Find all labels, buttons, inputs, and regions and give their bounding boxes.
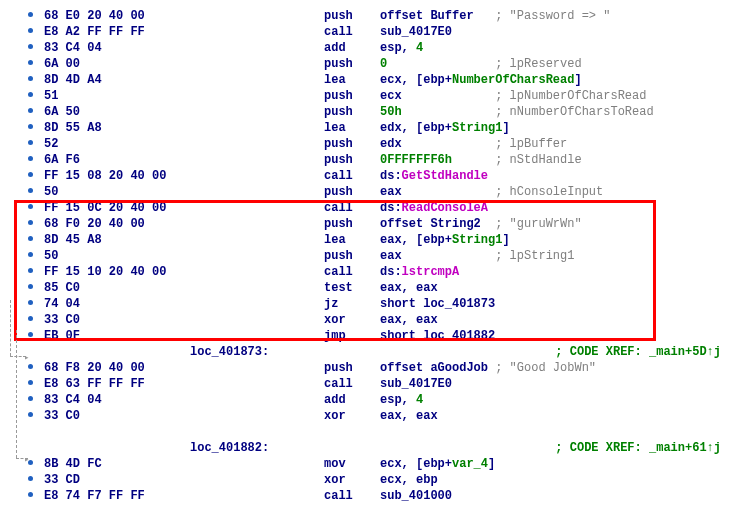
hex-bytes: 33 C0 [44, 312, 324, 328]
operands: sub_401000 [380, 488, 452, 504]
operand-token: eax, eax [380, 409, 438, 423]
mnemonic: push [324, 216, 380, 232]
asm-row: 50pusheax ; lpString1 [0, 248, 737, 264]
asm-row: 8D 45 A8leaeax, [ebp+String1] [0, 232, 737, 248]
operand-token: eax, eax [380, 313, 438, 327]
hex-bytes: 50 [44, 248, 324, 264]
asm-row: 74 04jzshort loc_401873 [0, 296, 737, 312]
gutter-dot [0, 136, 44, 152]
asm-row: 68 F0 20 40 00pushoffset String2 ; "guru… [0, 216, 737, 232]
mnemonic: push [324, 184, 380, 200]
mnemonic: call [324, 168, 380, 184]
operands: offset String2 ; "guruWrWn" [380, 216, 582, 232]
operands: sub_4017E0 [380, 376, 452, 392]
operand-token: ] [488, 457, 495, 471]
gutter-dot [0, 56, 44, 72]
operand-token: offset aGoodJob [380, 361, 495, 375]
gutter-dot [0, 312, 44, 328]
operand-token: ] [574, 73, 581, 87]
operands: ecx ; lpNumberOfCharsRead [380, 88, 646, 104]
mnemonic: call [324, 488, 380, 504]
operand-token: esp, [380, 41, 416, 55]
operand-token: 4 [416, 41, 423, 55]
gutter-dot [0, 456, 44, 472]
operand-token: GetStdHandle [402, 169, 488, 183]
asm-row: 83 C4 04addesp, 4 [0, 392, 737, 408]
mnemonic: push [324, 152, 380, 168]
operands: offset aGoodJob ; "Good JobWn" [380, 360, 596, 376]
gutter-dot [0, 200, 44, 216]
operands: ecx, [ebp+var_4] [380, 456, 495, 472]
hex-bytes: 74 04 [44, 296, 324, 312]
hex-bytes: FF 15 08 20 40 00 [44, 168, 324, 184]
operands: eax ; hConsoleInput [380, 184, 603, 200]
operand-token: sub_4017E0 [380, 25, 452, 39]
operands: ecx, [ebp+NumberOfCharsRead] [380, 72, 582, 88]
operands: eax, eax [380, 312, 438, 328]
asm-row: 51pushecx ; lpNumberOfCharsRead [0, 88, 737, 104]
asm-row: 8B 4D FCmovecx, [ebp+var_4] [0, 456, 737, 472]
hex-bytes: E8 A2 FF FF FF [44, 24, 324, 40]
hex-bytes: 8D 45 A8 [44, 232, 324, 248]
operand-token: eax, [ebp+ [380, 233, 452, 247]
operand-token: ; "guruWrWn" [495, 217, 581, 231]
gutter-dot [0, 40, 44, 56]
operand-token: String1 [452, 121, 502, 135]
mnemonic: lea [324, 72, 380, 88]
hex-bytes: 8D 55 A8 [44, 120, 324, 136]
operand-token: ; hConsoleInput [495, 185, 603, 199]
gutter-dot [0, 232, 44, 248]
operand-token: var_4 [452, 457, 488, 471]
hex-bytes: 33 C0 [44, 408, 324, 424]
label-row: loc_401873:; CODE XREF: _main+5D↑j [0, 344, 737, 360]
operand-token: ecx [380, 89, 495, 103]
hex-bytes: FF 15 10 20 40 00 [44, 264, 324, 280]
mnemonic: xor [324, 408, 380, 424]
operand-token: eax [380, 249, 495, 263]
hex-bytes: 68 F0 20 40 00 [44, 216, 324, 232]
operand-token: ds: [380, 169, 402, 183]
asm-row: E8 74 F7 FF FFcallsub_401000 [0, 488, 737, 504]
hex-bytes: 52 [44, 136, 324, 152]
operand-token: 50h [380, 105, 495, 119]
operand-token: offset String2 [380, 217, 495, 231]
operand-token: ; nStdHandle [495, 153, 581, 167]
mnemonic: xor [324, 472, 380, 488]
gutter-dot [0, 264, 44, 280]
gutter-dot [0, 408, 44, 424]
code-xref: ; CODE XREF: _main+61↑j [555, 440, 721, 456]
gutter-dot [0, 104, 44, 120]
operand-token: lstrcmpA [402, 265, 460, 279]
operands: eax, eax [380, 280, 438, 296]
asm-row: E8 63 FF FF FFcallsub_4017E0 [0, 376, 737, 392]
hex-bytes: 85 C0 [44, 280, 324, 296]
operand-token: ecx, [ebp+ [380, 73, 452, 87]
operand-token: ; lpString1 [495, 249, 574, 263]
operand-token: ecx, ebp [380, 473, 438, 487]
hex-bytes: 6A 50 [44, 104, 324, 120]
mnemonic: lea [324, 120, 380, 136]
mnemonic: push [324, 88, 380, 104]
asm-row: 8D 4D A4leaecx, [ebp+NumberOfCharsRead] [0, 72, 737, 88]
operands: sub_4017E0 [380, 24, 452, 40]
mnemonic: call [324, 24, 380, 40]
operand-token: ds: [380, 265, 402, 279]
operands: short loc_401882 [380, 328, 495, 344]
gutter-dot [0, 24, 44, 40]
operand-token: edx [380, 137, 495, 151]
operand-token: String1 [452, 233, 502, 247]
operand-token: sub_401000 [380, 489, 452, 503]
code-label: loc_401882: [190, 441, 269, 455]
asm-row: 6A 50push50h ; nNumberOfCharsToRead [0, 104, 737, 120]
operands: offset Buffer ; "Password => " [380, 8, 610, 24]
mnemonic: push [324, 360, 380, 376]
hex-bytes: 83 C4 04 [44, 40, 324, 56]
operand-token: eax, eax [380, 281, 438, 295]
gutter-dot [0, 472, 44, 488]
hex-bytes: EB 0F [44, 328, 324, 344]
gutter-dot [0, 8, 44, 24]
gutter-dot [0, 296, 44, 312]
gutter-dot [0, 184, 44, 200]
mnemonic: push [324, 104, 380, 120]
hex-bytes: 83 C4 04 [44, 392, 324, 408]
